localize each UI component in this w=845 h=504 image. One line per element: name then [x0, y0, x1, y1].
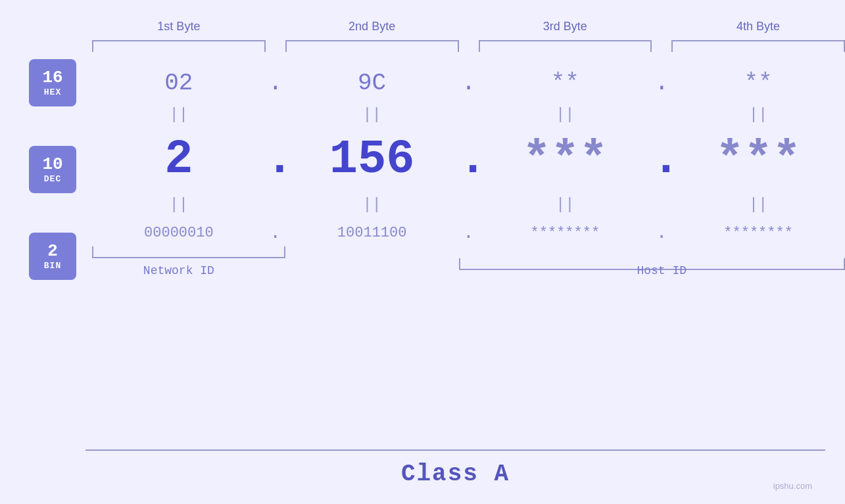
eq1-b1: || [92, 106, 266, 124]
dec-dot-2: . [459, 133, 479, 187]
content-area: 16 HEX 10 DEC 2 BIN 1st Byte 2nd Byte 3r… [0, 0, 845, 449]
hex-row: 02 . 9C . ** . ** [92, 57, 845, 103]
col-header-2: 2nd Byte [285, 20, 459, 34]
col-header-1: 1st Byte [92, 20, 266, 34]
grid-area: 1st Byte 2nd Byte 3rd Byte 4th Byte [85, 20, 845, 277]
hex-badge-label: HEX [44, 87, 61, 97]
dec-dot-3: . [652, 133, 671, 187]
bin-badge-number: 2 [47, 242, 58, 261]
badges-column: 16 HEX 10 DEC 2 BIN [20, 20, 85, 280]
equals-row-1: || || || || [92, 103, 845, 126]
eq1-b2: || [285, 106, 459, 124]
class-label: Class A [401, 461, 510, 488]
dec-row: 2 . 156 . *** . *** [92, 126, 845, 193]
bin-b1: 00000010 [92, 225, 266, 241]
top-brackets-row [92, 40, 845, 53]
bin-row: 00000010 . 10011100 . ******** . *******… [92, 216, 845, 246]
dec-b3: *** [479, 133, 652, 187]
hex-badge-number: 16 [42, 68, 62, 87]
bracket-3 [479, 40, 652, 52]
hex-badge: 16 HEX [29, 59, 76, 106]
footer-row: Class A ipshu.com [85, 449, 825, 497]
main-container: 16 HEX 10 DEC 2 BIN 1st Byte 2nd Byte 3r… [0, 0, 845, 504]
watermark: ipshu.com [773, 481, 812, 491]
eq1-b4: || [671, 106, 845, 124]
dec-badge-label: DEC [44, 174, 61, 184]
bin-dot-1: . [266, 223, 285, 243]
dec-b2: 156 [285, 133, 459, 187]
bracket-2 [285, 40, 459, 52]
eq2-b2: || [285, 196, 459, 214]
dec-badge: 10 DEC [29, 146, 76, 193]
col-header-3: 3rd Byte [479, 20, 652, 34]
bin-badge: 2 BIN [29, 233, 76, 280]
bin-b4: ******** [671, 225, 845, 241]
eq1-b3: || [479, 106, 652, 124]
eq2-b1: || [92, 196, 266, 214]
bin-b2: 10011100 [285, 225, 459, 241]
bin-b3: ******** [479, 225, 652, 241]
bracket-1 [92, 40, 266, 52]
eq2-b3: || [479, 196, 652, 214]
id-labels-row: Network ID Host ID [92, 264, 845, 277]
hex-dot-1: . [266, 70, 285, 97]
bottom-brackets-row [92, 246, 845, 260]
hex-b3: ** [479, 70, 652, 97]
host-id-label: Host ID [479, 264, 846, 277]
bracket-4 [671, 40, 845, 52]
dec-badge-number: 10 [42, 155, 62, 174]
hex-b1: 02 [92, 70, 266, 97]
dec-dot-1: . [266, 133, 285, 187]
bin-dot-2: . [459, 223, 479, 243]
hex-dot-2: . [459, 70, 479, 97]
dec-b1: 2 [92, 133, 266, 187]
equals-row-2: || || || || [92, 193, 845, 216]
col-header-4: 4th Byte [671, 20, 845, 34]
eq2-b4: || [671, 196, 845, 214]
hex-dot-3: . [652, 70, 671, 97]
hex-b2: 9C [285, 70, 459, 97]
hex-b4: ** [671, 70, 845, 97]
bottom-bracket-network [92, 246, 285, 258]
bin-dot-3: . [652, 223, 671, 243]
dec-b4: *** [671, 133, 845, 187]
bin-badge-label: BIN [44, 261, 61, 271]
headers-row: 1st Byte 2nd Byte 3rd Byte 4th Byte [92, 20, 845, 34]
network-id-label: Network ID [92, 264, 266, 277]
